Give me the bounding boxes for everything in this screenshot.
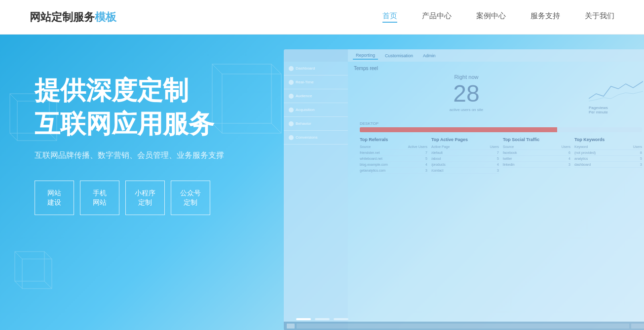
active-page-2: /about [431,157,441,160]
btn-website[interactable]: 网站建设 [35,181,74,215]
desktop-section: DESKTOP [354,119,644,134]
svg-line-16 [10,133,17,141]
active-page-users-4: 3 [497,169,499,172]
dashboard-inner: Dashboard Real-Time Audience Acquisition… [284,49,644,330]
dashboard-main-area: Reporting Customisation Admin Temps reel… [348,49,644,330]
referral-header: Source Active Users [360,144,427,150]
svg-line-2 [212,64,222,74]
top-active-pages-col: Top Active Pages Active Page Users /defa… [431,137,499,174]
social-users-header: Users [562,145,570,148]
dashboard-mockup: Dashboard Real-Time Audience Acquisition… [284,49,644,330]
keyword-row-1: (not provided) 8 [574,150,642,156]
svg-line-3 [271,64,281,74]
slide-dot-3[interactable] [334,318,348,320]
header: 网站定制服务模板 首页 产品中心 案例中心 服务支持 关于我们 [0,0,644,35]
sidebar-item-behavior: Behavior [284,117,348,131]
rightnow-sub: active users on site [354,108,579,112]
top-keywords-title: Top Keywords [574,137,642,142]
active-page-4: /contact [431,169,444,172]
referral-source-1: friendster.net [360,151,379,154]
social-header: Source Users [503,144,570,150]
active-page-users-2: 5 [497,157,499,160]
slide-dot-1[interactable] [296,318,311,320]
desktop-bar-bg [360,127,642,132]
social-users-3: 3 [568,163,570,166]
logo: 网站定制服务模板 [30,10,116,25]
dashboard-bottom-cols: Top Referrals Source Active Users friend… [354,134,644,177]
rightnow-stats: Pageviews Per minute [589,74,644,114]
btn-miniapp[interactable]: 小程序定制 [125,181,165,215]
social-source-2: twitter [503,157,512,160]
active-page-1: /default [431,151,443,154]
nav-item-about[interactable]: 关于我们 [585,11,614,23]
social-users-2: 4 [568,157,570,160]
nav-item-cases[interactable]: 案例中心 [476,11,506,23]
desktop-bar-fill [360,127,557,132]
sidebar-item-conversions: Conversions [284,131,348,145]
hero-section: 提供深度定制 互联网应用服务 互联网品牌传播、数字营销、会员管理、业务服务支撑 … [0,35,644,330]
hero-content: 提供深度定制 互联网应用服务 互联网品牌传播、数字营销、会员管理、业务服务支撑 … [35,74,224,215]
social-row-2: twitter 4 [503,156,570,162]
social-source-1: facebook [503,151,517,154]
referral-users-1: 7 [425,151,427,154]
btn-wechat[interactable]: 公众号定制 [171,181,210,215]
svg-line-14 [10,94,17,101]
referral-users-2: 5 [425,157,427,160]
active-page-users-3: 4 [497,163,499,166]
nav-item-support[interactable]: 服务支持 [530,11,560,23]
tab-reporting: Reporting [353,52,378,60]
dashboard-taskbar [284,322,644,330]
hero-title: 提供深度定制 互联网应用服务 [35,74,224,141]
taskbar-clock [631,324,644,329]
hero-buttons: 网站建设 手机网站 小程序定制 公众号定制 [35,181,224,215]
svg-line-9 [44,252,52,259]
keyword-users-1: 8 [640,151,642,154]
social-row-1: facebook 6 [503,150,570,156]
dashboard-topbar: Reporting Customisation Admin [348,49,644,62]
sidebar-item-dashboard: Dashboard [284,62,348,75]
keyword-users-2: 5 [640,157,642,160]
svg-line-11 [44,281,52,289]
svg-line-10 [15,281,22,289]
referral-users-4: 3 [425,169,427,172]
keyword-col-header: Keyword [574,145,588,148]
logo-main-text: 网站定制服务 [30,11,95,23]
sidebar-item-acquisition: Acquisition [284,103,348,117]
social-source-3: linkedin [503,163,515,166]
active-page-row-2: /about 5 [431,156,499,162]
tab-admin: Admin [420,52,439,59]
sidebar-item-audience: Audience [284,89,348,103]
keyword-3: dashboard [574,163,591,166]
temps-reel-title: Temps reel [354,66,644,71]
hero-title-line1: 提供深度定制 [35,74,224,108]
social-source-header: Source [503,145,514,148]
social-row-3: linkedin 3 [503,162,570,168]
referral-source-4: getanalytics.com [360,169,385,172]
rightnow-number: 28 [354,82,579,106]
referral-row-1: friendster.net 7 [360,150,427,156]
rightnow-center: Right now 28 active users on site [354,74,579,114]
btn-mobile[interactable]: 手机网站 [80,181,119,215]
top-referrals-col: Top Referrals Source Active Users friend… [360,137,427,174]
svg-line-5 [271,123,281,133]
tab-customisation: Customisation [382,52,416,59]
users-col-header: Active Users [408,145,427,148]
rightnow-box: Right now 28 active users on site [354,74,644,114]
per-minute-label: Per minute [589,110,644,114]
keyword-2: analytics [574,157,588,160]
source-col-header: Source [360,145,371,148]
top-social-title: Top Social Traffic [503,137,570,142]
referral-row-3: blog.example.com 4 [360,162,427,168]
nav-item-home[interactable]: 首页 [382,11,397,23]
mini-line-chart [589,74,643,104]
nav-item-products[interactable]: 产品中心 [422,11,452,23]
dashboard-screen: Dashboard Real-Time Audience Acquisition… [284,49,644,330]
active-page-header: Active Page Users [431,144,499,150]
social-users-1: 6 [568,151,570,154]
slide-dot-2[interactable] [315,318,330,320]
svg-line-8 [15,252,22,259]
dashboard-sidebar: Dashboard Real-Time Audience Acquisition… [284,49,348,330]
top-social-col: Top Social Traffic Source Users facebook… [503,137,570,174]
slide-indicators [296,318,348,320]
taskbar-start [287,324,295,329]
